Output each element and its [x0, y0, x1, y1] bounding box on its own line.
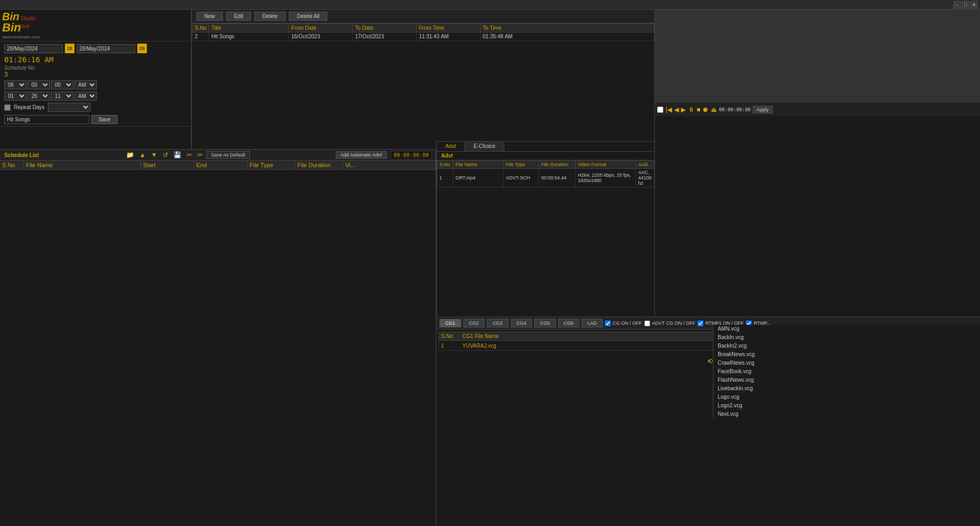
prev-back-button[interactable]: |◀ — [666, 106, 672, 113]
minimize-button[interactable]: – — [953, 1, 961, 9]
col-start-header: Start — [141, 161, 194, 169]
advt-cg-on-off-checkbox[interactable] — [644, 320, 650, 326]
vcg-item-logo[interactable]: Logo.vcg — [713, 393, 980, 401]
advt-cg-on-off-label: ADVT CG ON / OFF — [652, 320, 695, 326]
schedule-no-label: Schedule No — [4, 65, 35, 71]
advt-cg-on-off-area: ADVT CG ON / OFF — [644, 320, 695, 326]
advt-tab[interactable]: Advt — [437, 142, 465, 151]
vcg-item-flashnews[interactable]: FlashNews.vcg — [713, 376, 980, 384]
col-from-time: From Time — [417, 24, 480, 32]
col-to-time: To Time — [480, 24, 654, 32]
vcg-item-logo2[interactable]: Logo2.vcg — [713, 401, 980, 410]
prev-record-button[interactable]: ⏺ — [702, 106, 709, 113]
cg3-tab[interactable]: CG3 — [487, 319, 509, 327]
schedule-table-row[interactable]: 2 Hit Songs 16/Oct/2023 17/Oct/2023 11:3… — [193, 32, 654, 41]
up-icon[interactable]: ▲ — [138, 151, 147, 159]
row-to-time: 01:35:48 AM — [480, 32, 654, 41]
prev-play-button[interactable]: ▶ — [681, 106, 686, 113]
close-button[interactable]: ✕ — [970, 1, 978, 9]
logo-name: Bin — [2, 11, 19, 22]
delete-button[interactable]: Delete — [254, 12, 286, 21]
window-controls: – □ ✕ — [953, 1, 978, 9]
min2-select[interactable]: 26 — [28, 92, 50, 101]
save-as-default-button[interactable]: Save As Default — [206, 151, 250, 159]
col-sno: S.No — [193, 24, 209, 32]
vcg-item-backin[interactable]: BackIn.vcg — [713, 333, 980, 342]
to-date-input[interactable] — [77, 44, 135, 53]
from-date-input[interactable] — [4, 44, 63, 53]
cg-row-sno: 1 — [441, 343, 462, 349]
edit-button[interactable]: Edit — [226, 12, 251, 21]
prev-pause-button[interactable]: ⏸ — [688, 106, 694, 113]
sec2-select[interactable]: 11 — [51, 92, 73, 101]
delete-all-button[interactable]: Delete All — [289, 12, 327, 21]
cg6-tab[interactable]: CG6 — [558, 319, 580, 327]
vcg-item-next[interactable]: Next.vcg — [713, 410, 980, 418]
prev-step-back-button[interactable]: ◀ — [674, 106, 679, 113]
row-from-time: 11:31:43 AM — [417, 32, 480, 41]
prev-stop-button[interactable]: ■ — [696, 106, 700, 113]
advt-table: S.No File Name File Type File Duration V… — [437, 160, 654, 187]
vcg-item-backin2[interactable]: BackIn2.vcg — [713, 342, 980, 350]
hour1-select[interactable]: 06 — [4, 80, 27, 89]
svg-text:Bin: Bin — [2, 22, 21, 34]
main-toolbar: New Edit Delete Delete All — [192, 10, 654, 23]
vcg-item-livebackin[interactable]: LivebackIn.vcg — [713, 384, 980, 393]
preview-controls: |◀ ◀ ▶ ⏸ ■ ⏺ ⏏ 00:00:00:00 Apply — [655, 103, 980, 116]
logo-url: www.binstudeo.com — [2, 35, 40, 39]
advt-row-sno: 1 — [437, 169, 453, 187]
advt-col-filename: File Name — [453, 161, 503, 169]
save-button[interactable]: Save — [92, 115, 118, 124]
row-to-date: 17/Oct/2023 — [353, 32, 417, 41]
cg2-tab[interactable]: CG2 — [463, 319, 485, 327]
lad-tab[interactable]: LAD — [582, 319, 603, 327]
from-date-calendar-button[interactable]: 28 — [65, 44, 74, 53]
save-icon[interactable]: 💾 — [172, 151, 183, 159]
new-button[interactable]: New — [196, 12, 223, 21]
preview-checkbox[interactable] — [657, 106, 663, 113]
title-bar: – □ ✕ — [0, 0, 980, 10]
ampm1-select[interactable]: AM PM — [74, 80, 97, 89]
echoice-tab[interactable]: E-Choice — [465, 142, 504, 151]
hour2-select[interactable]: 01 — [4, 92, 27, 101]
cg4-tab[interactable]: CG4 — [511, 319, 533, 327]
maximize-button[interactable]: □ — [962, 1, 969, 9]
logo-area: Bin Studio Bin Studio www.binstudeo.com — [0, 10, 191, 42]
col-filename-header: File Name — [24, 161, 141, 169]
ampm2-select[interactable]: AM PM — [74, 92, 97, 101]
preview-area: |◀ ◀ ▶ ⏸ ■ ⏺ ⏏ 00:00:00:00 Apply — [655, 10, 980, 116]
advt-col-sno: S.No — [437, 161, 453, 169]
row-from-date: 16/Oct/2023 — [289, 32, 353, 41]
vcg-item-facebook[interactable]: FaceBook.vcg — [713, 367, 980, 376]
cg-on-off-checkbox[interactable] — [605, 320, 611, 326]
cg1-tab[interactable]: CG1 — [439, 319, 461, 327]
vcg-item-breaknews[interactable]: BreakNews.vcg — [713, 350, 980, 359]
repeat-days-checkbox[interactable] — [4, 104, 11, 111]
cg5-tab[interactable]: CG5 — [534, 319, 556, 327]
scissors-icon[interactable]: ✂ — [185, 151, 194, 159]
to-date-calendar-button[interactable]: 28 — [137, 44, 147, 53]
edit-icon[interactable]: ✏ — [196, 151, 204, 159]
program-name-input[interactable] — [4, 115, 89, 124]
advt-table-row[interactable]: 1 GRT.mp4 ADVT-SCH 00:00:54.44 H264, 225… — [437, 169, 654, 187]
time-display: 01:26:16 AM — [4, 55, 187, 64]
apply-button[interactable]: Apply — [753, 106, 773, 113]
advt-row-type: ADVT-SCH — [503, 169, 539, 187]
prev-eject-button[interactable]: ⏏ — [711, 106, 717, 113]
add-automatic-advt-button[interactable]: Add Automatic Advt — [336, 151, 387, 159]
refresh-icon[interactable]: ↺ — [161, 151, 170, 159]
vcg-item-crawlnews[interactable]: CrawlNews.vcg — [713, 359, 980, 367]
time-row-1: 06 00 00 AM PM — [4, 80, 187, 89]
min1-select[interactable]: 00 — [28, 80, 50, 89]
col-sno-header: S.No — [0, 161, 24, 169]
folder-icon[interactable]: 📁 — [124, 151, 136, 159]
schedule-timer: 00:00:00:00 — [391, 151, 431, 159]
vcg-file-list: AMN.vcg BackIn.vcg BackIn2.vcg BreakNews… — [713, 325, 980, 418]
rtmp1-on-off-checkbox[interactable] — [697, 320, 703, 326]
down-icon[interactable]: ▼ — [150, 151, 159, 159]
col-from-date: From Date — [289, 24, 353, 32]
vcg-item-amn[interactable]: AMN.vcg — [713, 325, 980, 333]
advt-row-videoformat: H264, 2255 kbps, 25 fps, 1920x1080 — [575, 169, 636, 187]
sec1-select[interactable]: 00 — [51, 80, 73, 89]
repeat-days-select[interactable] — [48, 103, 90, 112]
